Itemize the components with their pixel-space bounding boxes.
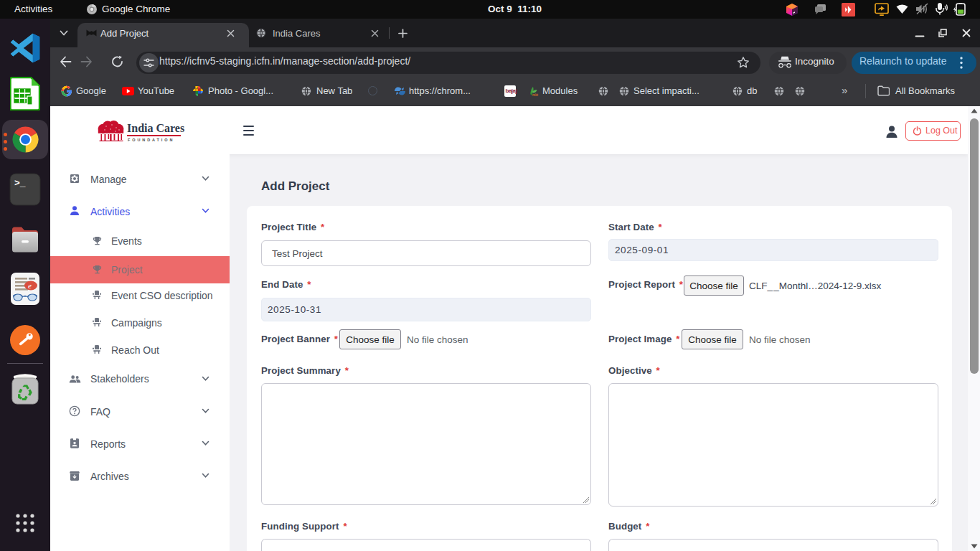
- svg-text:e: e: [28, 281, 32, 290]
- svg-text:>_: >_: [14, 178, 26, 189]
- svg-text:mkt: mkt: [532, 93, 539, 97]
